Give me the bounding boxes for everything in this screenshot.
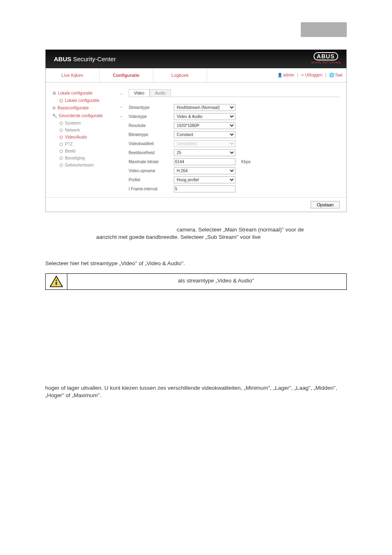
nav-sep: |: [325, 73, 326, 77]
chevron-down-icon: ⌄: [120, 114, 123, 118]
sidebar-group-local[interactable]: 🖥 Lokale configuratie ⌄: [52, 89, 123, 97]
form-control-wrap: [174, 185, 235, 192]
user-label: admin: [283, 73, 294, 77]
info-icon-cell: [46, 274, 67, 289]
form-control-wrap: Gemiddeld: [174, 140, 235, 147]
form-select[interactable]: Gemiddeld: [174, 140, 235, 147]
sidebar-item-system[interactable]: Systeem: [52, 120, 123, 127]
form-select[interactable]: 1920*1080P: [174, 122, 235, 129]
form-label: Bitratetype: [129, 132, 174, 137]
nav-tab-config[interactable]: Configuratie: [99, 68, 153, 82]
form-control-wrap: Video & Audio: [174, 113, 235, 120]
form-select[interactable]: 25: [174, 149, 235, 156]
app-header: ABUS Security-Center ABUS Security Tech …: [46, 50, 346, 68]
form-row: StreamtypeHoofdstream (Normaal): [129, 103, 340, 112]
dot-icon: [60, 150, 63, 153]
form-label: Maximale bitrate: [129, 160, 174, 164]
form-select[interactable]: Hoofdstream (Normaal): [174, 104, 235, 111]
form-select[interactable]: H.264: [174, 167, 235, 174]
form-row: BitratetypeConstant: [129, 130, 340, 139]
globe-icon: 🌐: [329, 73, 334, 77]
sidebar-item-ptz[interactable]: PTZ: [52, 141, 123, 148]
info-note: De optie audio kan alleen worden gekozen…: [45, 273, 347, 290]
sidebar-item-label: Lokale configuratie: [65, 98, 99, 103]
form-row: Maximale bitrateKbps: [129, 157, 340, 166]
user-icon: 👤: [277, 73, 282, 77]
main-nav: Live Kijken Configuratie Logboek 👤admin …: [46, 68, 346, 83]
gear-icon: ⚙: [52, 106, 56, 110]
form-row: ProfielHoog profiel: [129, 175, 340, 184]
content-tab-audio[interactable]: Audio: [150, 89, 171, 97]
lang-link[interactable]: Taal: [335, 73, 342, 77]
brand-text: ABUS: [314, 52, 338, 60]
sidebar-item-label: Beeld: [65, 149, 76, 153]
nav-tab-log[interactable]: Logboek: [153, 68, 207, 82]
form-control-wrap: [174, 158, 235, 165]
note-text: De optie audio kan alleen worden gekozen…: [67, 274, 346, 289]
screenshot-panel: ABUS Security-Center ABUS Security Tech …: [45, 49, 347, 212]
form-unit: Kbps: [241, 160, 251, 164]
content-body: 🖥 Lokale configuratie ⌄ Lokale configura…: [46, 83, 346, 197]
doc-line: hoger of lager uitvallen. U kunt kiezen …: [45, 384, 347, 399]
form-label: Streamtype: [129, 105, 174, 110]
warning-info-icon: [49, 275, 63, 288]
form-label: I Frame-interval: [129, 187, 174, 191]
save-button[interactable]: Opslaan: [311, 201, 340, 208]
brand-sub: Security Tech Germany: [311, 61, 341, 64]
brand-logo: ABUS Security Tech Germany: [311, 52, 341, 64]
form-input[interactable]: [174, 158, 235, 165]
document-text: camera. Selecteer „Main Stream (normaal)…: [45, 226, 347, 399]
form-row: VideokwaliteitGemiddeld: [129, 139, 340, 148]
form-label: Profiel: [129, 178, 174, 182]
logout-icon: ➪: [301, 73, 304, 77]
sidebar-item-label: Systeem: [65, 121, 81, 125]
sidebar-item-label: PTZ: [65, 142, 73, 146]
monitor-icon: 🖥: [52, 91, 56, 95]
form-control-wrap: Constant: [174, 131, 235, 138]
sidebar-group-label: Gevorderde configuratie: [59, 113, 103, 118]
form-control-wrap: H.264: [174, 167, 235, 174]
sidebar-group-label: Basisconfiguratie: [58, 106, 89, 110]
form-label: Video-opname: [129, 169, 174, 173]
dot-icon: [60, 99, 63, 102]
form-row: Video-opnameH.264: [129, 166, 340, 175]
nav-tab-live[interactable]: Live Kijken: [46, 68, 99, 82]
form-input[interactable]: [174, 185, 235, 192]
form-label: Beeldsnelheid: [129, 150, 174, 155]
sidebar-item-events[interactable]: Gebeurtenissen: [52, 162, 123, 169]
form-row: VideotypeVideo & Audio: [129, 112, 340, 121]
dot-icon: [60, 122, 63, 125]
dot-icon: [60, 157, 63, 160]
content-tabs: Video Audio: [129, 89, 340, 97]
settings-form: StreamtypeHoofdstream (Normaal)Videotype…: [129, 103, 340, 193]
content-pane: Video Audio StreamtypeHoofdstream (Norma…: [123, 89, 340, 193]
sidebar-group-label: Lokale configuratie: [58, 91, 92, 95]
sidebar-item-videoaudio[interactable]: Video/Audio: [52, 134, 123, 141]
sidebar-item-image[interactable]: Beeld: [52, 148, 123, 155]
form-select[interactable]: Video & Audio: [174, 113, 235, 120]
svg-rect-2: [55, 282, 57, 285]
app-title-bold: ABUS: [54, 56, 71, 62]
sidebar-group-basic[interactable]: ⚙ Basisconfiguratie ⌃: [52, 104, 123, 112]
sidebar-item-label: Gebeurtenissen: [65, 163, 94, 167]
wrench-icon: 🔧: [52, 113, 57, 118]
sidebar-group-advanced[interactable]: 🔧 Gevorderde configuratie ⌄: [52, 112, 123, 120]
form-control-wrap: 1920*1080P: [174, 122, 235, 129]
form-label: Resolutie: [129, 123, 174, 128]
content-tab-video[interactable]: Video: [129, 89, 150, 97]
sidebar: 🖥 Lokale configuratie ⌄ Lokale configura…: [52, 89, 123, 193]
sidebar-item-security[interactable]: Beveiliging: [52, 155, 123, 162]
nav-sep: |: [297, 73, 298, 77]
form-label: Videokwaliteit: [129, 141, 174, 146]
form-select[interactable]: Constant: [174, 131, 235, 138]
dot-icon: [60, 143, 63, 146]
sidebar-item-label: Video/Audio: [65, 135, 87, 139]
sidebar-item-local-config[interactable]: Lokale configuratie: [52, 97, 123, 104]
sidebar-item-network[interactable]: Netwerk: [52, 127, 123, 134]
chevron-right-icon: ⌃: [120, 106, 123, 110]
dot-icon: [60, 136, 63, 139]
form-control-wrap: Hoog profiel: [174, 176, 235, 183]
save-row: Opslaan: [46, 197, 346, 212]
form-select[interactable]: Hoog profiel: [174, 176, 235, 183]
logout-link[interactable]: Uitloggen: [305, 73, 322, 77]
